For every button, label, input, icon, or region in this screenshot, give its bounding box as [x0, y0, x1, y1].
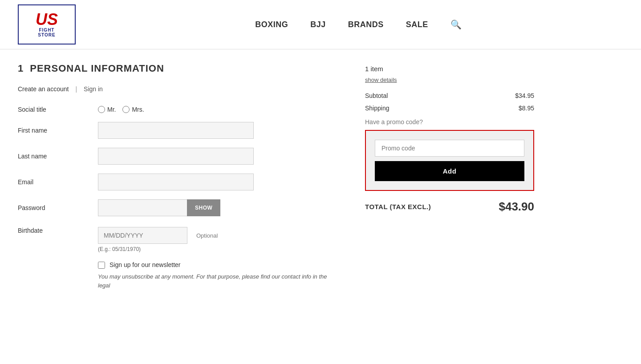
create-account-link[interactable]: Create an account	[18, 85, 69, 93]
password-label: Password	[18, 204, 98, 211]
nav-item-brands[interactable]: BRANDS	[348, 20, 384, 29]
newsletter-note: You may unsubscribe at any moment. For t…	[98, 272, 329, 290]
total-label: TOTAL (TAX EXCL.)	[365, 203, 431, 210]
mr-radio[interactable]	[98, 106, 105, 113]
newsletter-section: Sign up for our newsletter You may unsub…	[98, 261, 329, 290]
birthdate-wrapper: Optional	[98, 227, 218, 244]
password-input-wrapper: SHOW	[98, 199, 220, 216]
order-summary: 1 item show details Subtotal $34.95 Ship…	[365, 63, 534, 290]
subtotal-amount: $34.95	[515, 92, 534, 99]
newsletter-checkbox[interactable]	[98, 262, 105, 269]
newsletter-label-text: Sign up for our newsletter	[110, 261, 181, 268]
subtotal-line: Subtotal $34.95	[365, 92, 534, 99]
promo-section-header: Have a promo code?	[365, 118, 534, 125]
birthdate-hint: (E.g.: 05/31/1970)	[98, 246, 218, 252]
birthdate-input-wrapper	[98, 227, 187, 244]
nav-item-bjj[interactable]: BJJ	[310, 20, 326, 29]
logo-us-text: US	[36, 12, 58, 28]
birthdate-input[interactable]	[98, 227, 187, 244]
total-amount: $43.90	[499, 200, 534, 214]
last-name-input[interactable]	[98, 148, 254, 165]
social-title-field: Social title Mr. Mrs.	[18, 106, 329, 113]
nav-item-sale[interactable]: SALE	[406, 20, 428, 29]
shipping-label: Shipping	[365, 105, 389, 112]
mr-radio-label[interactable]: Mr.	[98, 106, 116, 113]
site-header: US FIGHT STORE BOXING BJJ BRANDS SALE 🔍	[0, 0, 641, 49]
step-number: 1	[18, 63, 23, 74]
main-content: 1 PERSONAL INFORMATION Create an account…	[0, 49, 623, 303]
logo-store-text: STORE	[36, 32, 58, 37]
step-header: 1 PERSONAL INFORMATION	[18, 63, 329, 74]
last-name-label: Last name	[18, 153, 98, 160]
sign-in-link[interactable]: Sign in	[84, 85, 103, 93]
subtotal-label: Subtotal	[365, 92, 388, 99]
social-title-label: Social title	[18, 106, 98, 113]
first-name-field: First name	[18, 122, 329, 139]
order-items-count: 1 item	[365, 65, 534, 73]
email-field: Email	[18, 174, 329, 190]
password-field: Password SHOW	[18, 199, 329, 216]
birthdate-label: Birthdate	[18, 227, 98, 234]
first-name-label: First name	[18, 127, 98, 134]
mrs-radio[interactable]	[122, 106, 130, 113]
mrs-radio-label[interactable]: Mrs.	[122, 106, 144, 113]
last-name-field: Last name	[18, 148, 329, 165]
logo[interactable]: US FIGHT STORE	[18, 4, 76, 44]
newsletter-checkbox-label[interactable]: Sign up for our newsletter	[98, 261, 329, 269]
add-promo-button[interactable]: Add	[375, 161, 524, 181]
personal-info-form: 1 PERSONAL INFORMATION Create an account…	[18, 63, 329, 290]
promo-code-input[interactable]	[375, 140, 524, 157]
show-password-button[interactable]: SHOW	[187, 199, 220, 216]
mr-label: Mr.	[107, 106, 116, 113]
birthdate-input-section: Optional (E.g.: 05/31/1970)	[98, 227, 218, 252]
birthdate-field: Birthdate Optional (E.g.: 05/31/1970)	[18, 225, 329, 252]
auth-separator: |	[75, 85, 77, 93]
show-details-link[interactable]: show details	[365, 77, 397, 83]
last-name-input-wrapper	[98, 148, 254, 165]
first-name-input-wrapper	[98, 122, 254, 139]
nav-item-boxing[interactable]: BOXING	[255, 20, 288, 29]
auth-links: Create an account | Sign in	[18, 85, 329, 93]
social-title-radio-group: Mr. Mrs.	[98, 106, 144, 113]
main-nav: BOXING BJJ BRANDS SALE 🔍	[255, 19, 462, 30]
email-input-wrapper	[98, 174, 254, 190]
shipping-amount: $8.95	[519, 105, 534, 112]
optional-label: Optional	[196, 232, 218, 239]
step-title: PERSONAL INFORMATION	[30, 63, 164, 74]
shipping-line: Shipping $8.95	[365, 105, 534, 112]
search-icon[interactable]: 🔍	[450, 19, 462, 30]
first-name-input[interactable]	[98, 122, 254, 139]
email-input[interactable]	[98, 174, 254, 190]
mrs-label: Mrs.	[132, 106, 144, 113]
promo-box: Add	[365, 130, 534, 191]
email-label: Email	[18, 178, 98, 186]
password-input[interactable]	[98, 199, 187, 216]
total-line: TOTAL (TAX EXCL.) $43.90	[365, 200, 534, 214]
